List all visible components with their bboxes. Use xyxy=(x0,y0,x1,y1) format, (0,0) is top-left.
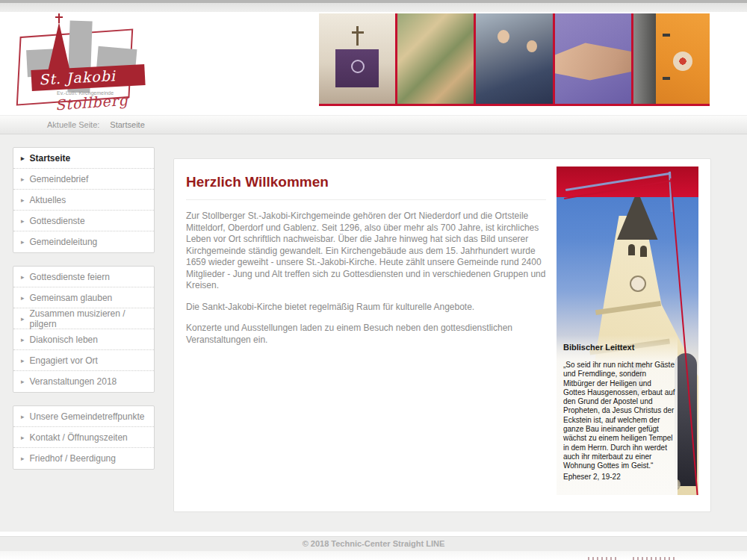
altar-emblem-shape xyxy=(351,60,365,73)
page-top-strip xyxy=(0,3,747,12)
bible-text-block: Biblischer Leittext „So seid ihr nun nic… xyxy=(563,343,675,481)
sidebar-item-friedhof-beerdigung[interactable]: ▸ Friedhof / Beerdigung xyxy=(13,448,154,469)
triangle-bullet-icon: ▸ xyxy=(21,217,25,225)
triangle-bullet-icon: ▸ xyxy=(21,196,25,204)
breadcrumb-label: Aktuelle Seite: xyxy=(47,120,99,129)
sidebar-item-label: Gemeindeleitung xyxy=(30,237,98,247)
triangle-bullet-icon: ▸ xyxy=(21,434,25,441)
bible-quote: „So seid ihr nun nicht mehr Gäste und Fr… xyxy=(563,361,675,471)
title-divider xyxy=(186,199,546,200)
bible-reference: Epheser 2, 19-22 xyxy=(563,473,675,481)
logo-church-spire-shape xyxy=(48,22,70,72)
altar-cross-icon xyxy=(352,31,364,34)
sidebar-item-gemeindetreffpunkte[interactable]: ▸ Unsere Gemeindetreffpunkte xyxy=(13,406,154,427)
triangle-bullet-icon: ▸ xyxy=(21,155,25,162)
sidebar-item-label: Unsere Gemeindetreffpunkte xyxy=(30,411,145,422)
triangle-bullet-icon: ▸ xyxy=(21,238,25,246)
sidebar-item-aktuelles[interactable]: ▸ Aktuelles xyxy=(13,190,154,211)
hands-shape xyxy=(555,39,631,81)
sidebar-item-kontakt-oeffnungszeiten[interactable]: ▸ Kontakt / Öffnungszeiten xyxy=(13,427,154,448)
triangle-bullet-icon: ▸ xyxy=(21,315,25,323)
altar-with-cross-photo xyxy=(319,13,395,104)
face-shape xyxy=(498,30,509,43)
sidebar-item-label: Gemeindebrief xyxy=(30,174,89,184)
holding-hands-photo xyxy=(555,13,631,104)
triangle-bullet-icon: ▸ xyxy=(21,378,25,385)
main-area: ▸ Startseite ▸ Gemeindebrief ▸ Aktuelles… xyxy=(0,134,747,532)
leittext-title: Biblischer Leittext xyxy=(563,343,675,352)
building-emblem-shape xyxy=(673,52,692,71)
sidebar-item-diakonisch-leben[interactable]: ▸ Diakonisch leben xyxy=(13,329,154,350)
header-photo-strip xyxy=(319,13,710,106)
sidebar-item-engagiert-vor-ort[interactable]: ▸ Engagiert vor Ort xyxy=(13,350,154,371)
altar-cross-icon xyxy=(356,26,359,46)
triangle-bullet-icon: ▸ xyxy=(21,357,25,364)
bell-window-shape xyxy=(628,244,635,255)
sidebar-item-gemeindeleitung[interactable]: ▸ Gemeindeleitung xyxy=(13,231,154,252)
building-window-shape xyxy=(663,77,670,80)
sidebar-item-label: Gottesdienste xyxy=(30,216,85,226)
triangle-bullet-icon: ▸ xyxy=(21,273,25,281)
triangle-bullet-icon: ▸ xyxy=(21,175,25,183)
kids-playing-recorder-photo xyxy=(476,13,552,104)
triangle-bullet-icon: ▸ xyxy=(21,455,25,462)
sidebar-item-label: Aktuelles xyxy=(30,195,66,205)
sidebar: ▸ Startseite ▸ Gemeindebrief ▸ Aktuelles… xyxy=(13,134,155,482)
logo-top-cross-icon xyxy=(55,16,63,18)
site-header: St. Jakobi Ev.-Luth. Kirchgemeinde Stoll… xyxy=(0,12,747,109)
sidebar-item-gottesdienste-feiern[interactable]: ▸ Gottesdienste feiern xyxy=(13,267,154,287)
triangle-bullet-icon: ▸ xyxy=(21,413,25,420)
sidebar-item-label: Friedhof / Beerdigung xyxy=(30,453,116,464)
sidebar-item-label: Diakonisch leben xyxy=(30,335,98,345)
sidebar-item-label: Engagiert vor Ort xyxy=(30,355,98,366)
sidebar-item-veranstaltungen-2018[interactable]: ▸ Veranstaltungen 2018 xyxy=(13,371,154,392)
breadcrumb-current-page: Startseite xyxy=(110,120,144,129)
sidebar-item-label: Gottesdienste feiern xyxy=(30,272,110,282)
sidebar-group-contact: ▸ Unsere Gemeindetreffpunkte ▸ Kontakt /… xyxy=(13,405,155,470)
page-bottom-strip xyxy=(0,551,747,560)
triangle-bullet-icon: ▸ xyxy=(21,294,25,302)
sidebar-item-label: Kontakt / Öffnungszeiten xyxy=(30,432,128,443)
clipped-text-fragment xyxy=(588,557,619,560)
sidebar-item-gemeindebrief[interactable]: ▸ Gemeindebrief xyxy=(13,169,154,190)
logo-top-cross-icon xyxy=(58,13,60,23)
clipped-text-fragment xyxy=(633,557,676,560)
orange-building-photo xyxy=(633,13,710,104)
sidebar-item-label: Gemeinsam glauben xyxy=(30,293,113,303)
footer: © 2018 Technic-Center Straight LINE xyxy=(0,536,747,551)
copyright-text: © 2018 Technic-Center Straight LINE xyxy=(303,539,445,548)
sidebar-item-label: Veranstaltungen 2018 xyxy=(30,376,117,387)
site-logo[interactable]: St. Jakobi Ev.-Luth. Kirchgemeinde Stoll… xyxy=(13,16,155,109)
bell-window-shape xyxy=(640,246,647,257)
sidebar-group-activities: ▸ Gottesdienste feiern ▸ Gemeinsam glaub… xyxy=(13,266,155,393)
sidebar-item-gottesdienste[interactable]: ▸ Gottesdienste xyxy=(13,211,154,231)
sidebar-item-label: Zusammen musizieren / pilgern xyxy=(30,308,146,329)
content-panel: ✦ Biblischer Leittext „So seid ihr nun n… xyxy=(173,158,711,512)
sidebar-group-main: ▸ Startseite ▸ Gemeindebrief ▸ Aktuelles… xyxy=(13,147,155,253)
tower-clock-shape xyxy=(630,276,646,292)
building-tower-shape xyxy=(633,13,657,104)
red-banner-shape xyxy=(557,167,698,197)
children-group-photo xyxy=(397,13,474,104)
spacer xyxy=(0,109,747,115)
sidebar-item-gemeinsam-glauben[interactable]: ▸ Gemeinsam glauben xyxy=(13,287,154,308)
triangle-bullet-icon: ▸ xyxy=(21,336,25,343)
church-tower-photo: ✦ Biblischer Leittext „So seid ihr nun n… xyxy=(557,167,698,495)
sidebar-item-label: Startseite xyxy=(30,153,71,164)
building-window-shape xyxy=(663,34,670,37)
sidebar-item-zusammen-musizieren[interactable]: ▸ Zusammen musizieren / pilgern xyxy=(13,308,154,329)
breadcrumb: Aktuelle Seite:Startseite xyxy=(0,115,747,134)
tower-spire-shape xyxy=(613,190,660,240)
sidebar-item-startseite[interactable]: ▸ Startseite xyxy=(13,148,154,169)
face-shape xyxy=(527,40,537,52)
